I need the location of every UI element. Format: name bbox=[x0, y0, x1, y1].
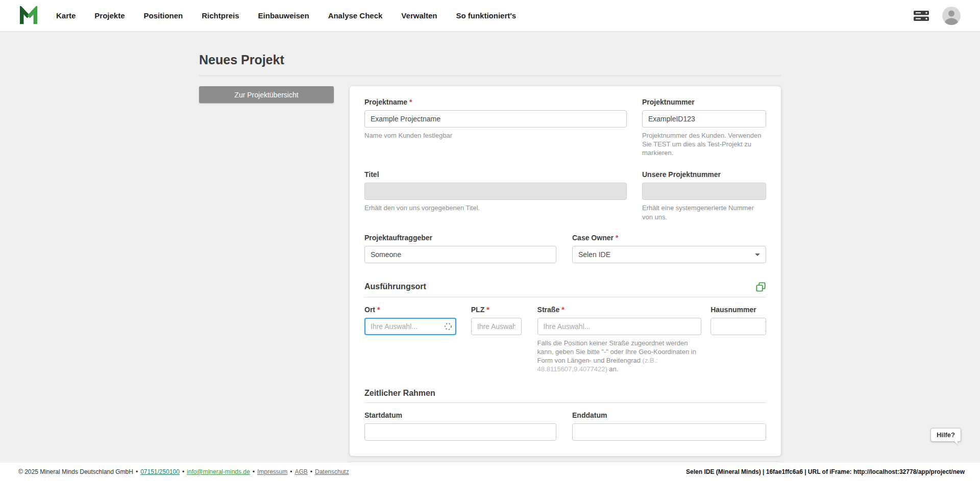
case-owner-select[interactable]: Selen IDE bbox=[572, 246, 766, 263]
ausfuehrungsort-title: Ausführungsort bbox=[364, 282, 426, 291]
help-button[interactable]: Hilfe? bbox=[930, 428, 961, 442]
strasse-input[interactable] bbox=[537, 318, 702, 335]
nav-item-richtpreis[interactable]: Richtpreis bbox=[202, 11, 239, 20]
footer-separator: • bbox=[253, 468, 255, 475]
projektnummer-label: Projektnummer bbox=[642, 98, 766, 106]
chevron-down-icon bbox=[755, 254, 760, 256]
copy-location-button[interactable] bbox=[755, 282, 766, 292]
projektname-helper: Name vom Kunden festlegbar bbox=[364, 131, 627, 140]
main-content: Neues Projekt Zur Projektübersicht Proje… bbox=[199, 31, 781, 481]
form-row-name-number: Projektname* Name vom Kunden festlegbar … bbox=[364, 98, 766, 157]
footer-email-link[interactable]: info@mineral-minds.de bbox=[187, 468, 250, 475]
copy-icon bbox=[755, 282, 766, 292]
projektname-label: Projektname* bbox=[364, 98, 627, 106]
footer-copyright: © 2025 Mineral Minds Deutschland GmbH bbox=[18, 468, 133, 475]
required-asterisk: * bbox=[377, 306, 380, 314]
plz-label-text: PLZ bbox=[471, 306, 484, 314]
nav-item-positionen[interactable]: Positionen bbox=[144, 11, 183, 20]
projektname-input[interactable] bbox=[364, 110, 627, 128]
nav-item-analyse-check[interactable]: Analyse Check bbox=[328, 11, 383, 20]
zeitlicher-rahmen-section-header: Zeitlicher Rahmen bbox=[364, 389, 766, 398]
logo-m-icon bbox=[18, 6, 39, 25]
projektname-label-text: Projektname bbox=[364, 98, 407, 106]
footer-session-info: Selen IDE (Mineral Minds) | 16fae1ffc6a6… bbox=[686, 468, 965, 475]
footer-phone-link[interactable]: 07151/250100 bbox=[140, 468, 180, 475]
section-divider bbox=[364, 297, 766, 297]
unsere-projektnummer-input bbox=[642, 183, 766, 200]
footer-session-rest: (Mineral Minds) | 16fae1ffc6a6 | URL of … bbox=[714, 468, 965, 475]
ausfuehrungsort-section-header: Ausführungsort bbox=[364, 282, 766, 292]
form-row-titel: Titel Erhält den von uns vorgegebenen Ti… bbox=[364, 170, 766, 221]
footer-session-user: Selen IDE bbox=[686, 468, 714, 475]
nav-item-karte[interactable]: Karte bbox=[56, 11, 76, 20]
required-asterisk: * bbox=[616, 234, 618, 242]
ort-input[interactable] bbox=[364, 318, 456, 335]
hausnummer-input[interactable] bbox=[710, 318, 766, 335]
footer-impressum-link[interactable]: Impressum bbox=[257, 468, 287, 475]
title-divider bbox=[199, 75, 781, 76]
projektnummer-helper: Projektnummer des Kunden. Verwenden Sie … bbox=[642, 131, 766, 157]
ort-label: Ort* bbox=[364, 306, 456, 314]
page-title: Neues Projekt bbox=[199, 53, 781, 67]
strasse-label-text: Straße bbox=[537, 306, 560, 314]
startdatum-label: Startdatum bbox=[364, 411, 556, 419]
case-owner-label: Case Owner* bbox=[572, 234, 766, 242]
unsere-projektnummer-helper: Erhält eine systemgenerierte Nummer von … bbox=[642, 204, 766, 221]
form-row-dates: Startdatum Enddatum bbox=[364, 411, 766, 441]
main-navigation: Karte Projekte Positionen Richtpreis Ein… bbox=[56, 11, 516, 20]
footer: © 2025 Mineral Minds Deutschland GmbH • … bbox=[0, 463, 980, 481]
user-avatar[interactable] bbox=[942, 7, 961, 25]
new-project-form-card: Projektname* Name vom Kunden festlegbar … bbox=[350, 86, 781, 456]
footer-separator: • bbox=[310, 468, 312, 475]
plz-label: PLZ* bbox=[471, 306, 522, 314]
footer-separator: • bbox=[182, 468, 184, 475]
section-divider bbox=[364, 402, 766, 403]
titel-helper: Erhält den von uns vorgegebenen Titel. bbox=[364, 204, 627, 212]
unsere-projektnummer-label: Unsere Projektnummer bbox=[642, 170, 766, 179]
strasse-label: Straße* bbox=[537, 306, 702, 314]
case-owner-value: Selen IDE bbox=[578, 250, 610, 259]
strasse-helper: Falls die Position keiner Straße zugeord… bbox=[537, 339, 702, 374]
server-icon[interactable] bbox=[913, 9, 930, 22]
titel-input bbox=[364, 183, 627, 200]
footer-left: © 2025 Mineral Minds Deutschland GmbH • … bbox=[18, 468, 349, 475]
navbar-right bbox=[913, 7, 961, 25]
projektnummer-input[interactable] bbox=[642, 110, 766, 128]
footer-separator: • bbox=[290, 468, 292, 475]
nav-item-so-funktionierts[interactable]: So funktioniert's bbox=[456, 11, 516, 20]
mineral-minds-logo[interactable] bbox=[18, 6, 39, 25]
form-row-location: Ort* PLZ* bbox=[364, 306, 766, 374]
case-owner-label-text: Case Owner bbox=[572, 234, 614, 242]
startdatum-input[interactable] bbox=[364, 423, 556, 441]
nav-item-verwalten[interactable]: Verwalten bbox=[401, 11, 437, 20]
titel-label: Titel bbox=[364, 170, 627, 179]
top-navbar: Karte Projekte Positionen Richtpreis Ein… bbox=[0, 0, 980, 31]
person-icon bbox=[942, 7, 961, 25]
enddatum-label: Enddatum bbox=[572, 411, 766, 419]
footer-separator: • bbox=[136, 468, 138, 475]
required-asterisk: * bbox=[561, 306, 564, 314]
form-row-auftraggeber: Projektauftraggeber Case Owner* Selen ID… bbox=[364, 234, 766, 263]
strasse-helper-suffix: an. bbox=[607, 365, 619, 373]
hausnummer-label: Hausnummer bbox=[710, 306, 766, 314]
footer-agb-link[interactable]: AGB bbox=[295, 468, 307, 475]
projektauftraggeber-label: Projektauftraggeber bbox=[364, 234, 556, 242]
nav-item-einbauweisen[interactable]: Einbauweisen bbox=[258, 11, 309, 20]
ort-label-text: Ort bbox=[364, 306, 375, 314]
required-asterisk: * bbox=[486, 306, 489, 314]
zeitlicher-rahmen-title: Zeitlicher Rahmen bbox=[364, 389, 435, 398]
strasse-helper-main: Falls die Position keiner Straße zugeord… bbox=[537, 339, 696, 364]
projektauftraggeber-input[interactable] bbox=[364, 246, 556, 263]
required-asterisk: * bbox=[409, 98, 412, 106]
project-overview-button[interactable]: Zur Projektübersicht bbox=[199, 86, 334, 103]
footer-datenschutz-link[interactable]: Datenschutz bbox=[315, 468, 349, 475]
nav-item-projekte[interactable]: Projekte bbox=[94, 11, 125, 20]
enddatum-input[interactable] bbox=[572, 423, 766, 441]
plz-input[interactable] bbox=[471, 318, 522, 335]
